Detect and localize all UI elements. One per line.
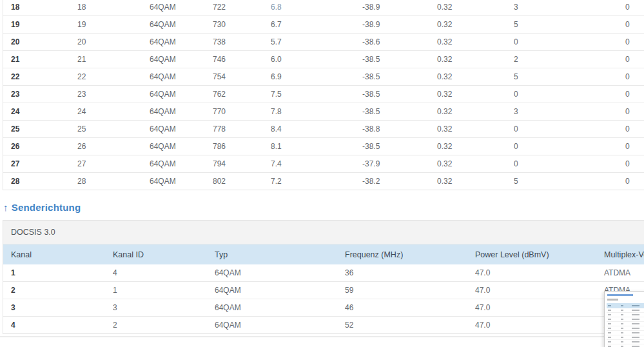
table-cell: 730	[205, 16, 263, 34]
column-header: Frequenz (MHz)	[337, 244, 467, 264]
upstream-table-body: 1464QAM3647.0ATDMA2164QAM5947.0ATDMA3364…	[3, 264, 644, 333]
preview-cell-dash	[632, 337, 639, 338]
preview-cell-dash	[621, 323, 623, 324]
table-cell: 19	[3, 16, 70, 34]
table-cell: 18	[70, 0, 142, 16]
table-cell: 802	[205, 173, 263, 190]
table-row: 222264QAM7546.9-38.50.3250	[3, 68, 644, 86]
preview-cell-dash	[608, 319, 611, 320]
table-cell: 64QAM	[142, 155, 205, 173]
table-row: 252564QAM7788.4-38.80.3200	[3, 121, 644, 138]
table-cell: 64QAM	[142, 86, 205, 103]
table-cell: 0.32	[429, 121, 506, 138]
table-cell: 64QAM	[142, 34, 205, 51]
preview-docsis-label-bar	[607, 299, 618, 301]
table-cell: 3	[3, 299, 105, 317]
table-cell: 5	[506, 173, 618, 190]
table-cell: 24	[70, 103, 142, 121]
table-cell: 64QAM	[142, 121, 205, 138]
preview-cell-dash	[632, 341, 639, 342]
table-cell: 0	[618, 103, 644, 121]
table-cell: 8.1	[263, 138, 355, 155]
table-cell: 0	[618, 138, 644, 155]
table-cell: 0.32	[429, 155, 506, 173]
table-cell: 28	[3, 173, 70, 190]
column-header: Multiplex-Verfahren	[596, 244, 644, 264]
table-cell: 64QAM	[207, 264, 337, 282]
upstream-table-header: KanalKanal IDTypFrequenz (MHz)Power Leve…	[3, 244, 644, 264]
table-cell: 2	[506, 51, 618, 68]
preview-cell-dash	[608, 328, 611, 329]
table-cell: 2	[105, 317, 207, 334]
table-cell: 64QAM	[142, 51, 205, 68]
table-row: 2164QAM5947.0ATDMA	[3, 282, 644, 299]
preview-cell-dash	[632, 319, 639, 320]
table-cell: 2	[3, 282, 105, 299]
table-cell: 47.0	[467, 317, 596, 334]
table-cell: 6.7	[263, 16, 355, 34]
table-cell: 738	[205, 34, 263, 51]
table-preview-thumbnail[interactable]	[604, 291, 644, 347]
table-cell: 7.4	[263, 155, 355, 173]
table-cell: 4	[105, 264, 207, 282]
table-cell: 778	[205, 121, 263, 138]
table-cell: 64QAM	[142, 0, 205, 16]
table-cell: 23	[3, 86, 70, 103]
table-cell: 0.32	[429, 0, 506, 16]
table-cell: 36	[337, 264, 467, 282]
preview-rows	[607, 308, 644, 347]
table-cell: 5	[506, 68, 618, 86]
table-cell: 0.32	[429, 51, 506, 68]
up-arrow-icon: ↑	[3, 202, 8, 213]
table-cell: 0	[618, 68, 644, 86]
preview-cell-dash	[632, 310, 639, 311]
table-cell: 59	[337, 282, 467, 299]
table-cell: 20	[70, 34, 142, 51]
preview-row	[607, 344, 644, 347]
table-cell: 3	[506, 103, 618, 121]
table-cell: 6.0	[263, 51, 355, 68]
table-row: 4264QAM5247.0ATDMA	[3, 317, 644, 334]
downstream-table-card: 181864QAM7226.8-38.90.3230191964QAM7306.…	[3, 0, 644, 190]
table-cell: 1	[3, 264, 105, 282]
table-cell: -38.5	[355, 86, 429, 103]
table-cell: 64QAM	[142, 16, 205, 34]
table-row: 232364QAM7627.5-38.50.3200	[3, 86, 644, 103]
table-cell: 22	[70, 68, 142, 86]
table-cell: -38.5	[355, 103, 429, 121]
table-cell: 27	[70, 155, 142, 173]
table-cell: 25	[3, 121, 70, 138]
table-cell: 26	[3, 138, 70, 155]
table-cell: -38.8	[355, 121, 429, 138]
preview-cell-dash	[608, 341, 611, 342]
downstream-table: 181864QAM7226.8-38.90.3230191964QAM7306.…	[3, 0, 644, 190]
table-cell: -38.5	[355, 138, 429, 155]
table-cell: 0	[618, 16, 644, 34]
upstream-table-card: DOCSIS 3.0 KanalKanal IDTypFrequenz (MHz…	[3, 220, 644, 334]
preview-cell-dash	[632, 314, 639, 315]
preview-cell-dash	[632, 328, 639, 329]
preview-cell-dash	[621, 310, 623, 311]
table-cell: 770	[205, 103, 263, 121]
table-cell: 46	[337, 299, 467, 317]
table-cell: 25	[70, 121, 142, 138]
table-cell: 8.4	[263, 121, 355, 138]
table-row: 262664QAM7868.1-38.50.3200	[3, 138, 644, 155]
table-cell: 18	[3, 0, 70, 16]
upstream-section-heading: ↑Senderichtung	[3, 202, 81, 213]
preview-cell-dash	[621, 328, 623, 329]
preview-row	[607, 331, 644, 335]
table-cell: 0.32	[429, 103, 506, 121]
table-cell: 0	[506, 121, 618, 138]
table-row: 272764QAM7947.4-37.90.3200	[3, 155, 644, 173]
table-cell: -38.2	[355, 173, 429, 190]
table-cell: 21	[70, 51, 142, 68]
table-cell: 7.2	[263, 173, 355, 190]
table-cell: 3	[105, 299, 207, 317]
preview-cell-dash	[621, 332, 623, 333]
upstream-table: KanalKanal IDTypFrequenz (MHz)Power Leve…	[3, 244, 644, 333]
table-row: 181864QAM7226.8-38.90.3230	[3, 0, 644, 16]
table-cell: -38.6	[355, 34, 429, 51]
preview-cell-dash	[608, 310, 611, 311]
table-cell: 754	[205, 68, 263, 86]
